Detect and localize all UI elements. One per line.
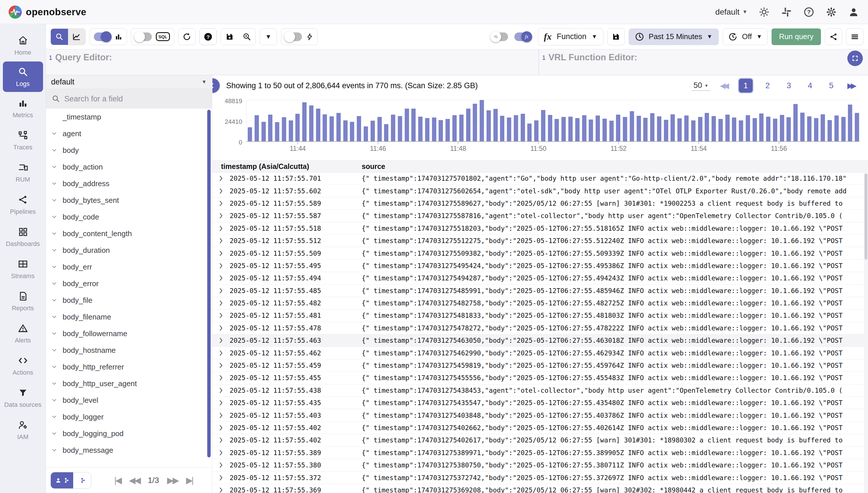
chevron-down-icon[interactable] xyxy=(50,397,59,403)
field-item[interactable]: body_filename xyxy=(46,308,212,325)
chevron-down-icon[interactable] xyxy=(50,430,59,437)
histogram-bar[interactable] xyxy=(432,117,436,141)
field-view-all-schema-button[interactable] xyxy=(73,472,91,488)
save-function-button[interactable] xyxy=(608,28,624,45)
sidebar-item-streams[interactable]: Streams xyxy=(1,253,45,285)
save-search-button[interactable] xyxy=(221,29,238,45)
histogram-bar[interactable] xyxy=(507,117,511,141)
sidebar-item-actions[interactable]: Actions xyxy=(1,349,45,382)
histogram-bar[interactable] xyxy=(418,116,422,141)
next-page-button[interactable]: ▶▶ xyxy=(167,475,178,485)
chevron-down-icon[interactable] xyxy=(50,147,59,153)
prev-pages-button[interactable]: ◀◀ xyxy=(720,81,729,90)
expand-row-icon[interactable] xyxy=(212,250,230,257)
histogram-bar[interactable] xyxy=(295,114,300,141)
field-search-input[interactable] xyxy=(64,94,185,103)
histogram-bar[interactable] xyxy=(664,120,668,141)
chevron-down-icon[interactable] xyxy=(50,230,59,237)
histogram-bar[interactable] xyxy=(248,127,252,141)
expand-row-icon[interactable] xyxy=(212,200,230,207)
expand-row-icon[interactable] xyxy=(212,374,230,381)
field-item[interactable]: agent xyxy=(46,125,212,142)
table-row[interactable]: 2025-05-12 11:57:55.485 {"_timestamp":17… xyxy=(212,285,868,297)
sidebar-item-dashboards[interactable]: Dashboards xyxy=(1,221,45,253)
chevron-down-icon[interactable] xyxy=(50,280,59,287)
histogram-bar[interactable] xyxy=(766,116,770,141)
table-row[interactable]: 2025-05-12 11:57:55.482 {"_timestamp":17… xyxy=(212,297,868,309)
field-item[interactable]: body_action xyxy=(46,158,212,175)
expand-row-icon[interactable] xyxy=(212,425,230,431)
histogram-bar[interactable] xyxy=(827,120,832,141)
chevron-down-icon[interactable] xyxy=(50,330,59,337)
field-item[interactable]: body_err xyxy=(46,259,212,275)
more-menu-button[interactable] xyxy=(846,28,863,45)
expand-row-icon[interactable] xyxy=(212,287,230,294)
auto-refresh-selector[interactable]: Off ▼ xyxy=(723,28,768,45)
column-header-timestamp[interactable]: timestamp (Asia/Calcutta) xyxy=(212,162,362,171)
histogram-bar[interactable] xyxy=(541,110,545,141)
field-item[interactable]: body_file xyxy=(46,292,212,308)
table-row[interactable]: 2025-05-12 11:57:55.459 {"_timestamp":17… xyxy=(212,359,868,372)
chevron-down-icon[interactable] xyxy=(50,447,59,453)
page-button-5[interactable]: 5 xyxy=(825,81,838,90)
table-row[interactable]: 2025-05-12 11:57:55.587 {"_timestamp":17… xyxy=(212,210,868,222)
histogram-bar[interactable] xyxy=(548,115,552,141)
table-row[interactable]: 2025-05-12 11:57:55.455 {"_timestamp":17… xyxy=(212,372,868,384)
histogram-bar[interactable] xyxy=(786,117,791,141)
histogram-bar[interactable] xyxy=(384,124,388,141)
histogram-bar[interactable] xyxy=(602,119,607,141)
table-row[interactable]: 2025-05-12 11:57:55.602 {"_timestamp":17… xyxy=(212,185,868,197)
histogram-bar[interactable] xyxy=(350,122,354,141)
chevron-down-icon[interactable] xyxy=(50,364,59,370)
histogram-bar[interactable] xyxy=(575,118,579,141)
histogram-bar[interactable] xyxy=(500,116,504,141)
histogram-bar[interactable] xyxy=(855,113,859,141)
histogram-bar[interactable] xyxy=(753,118,757,141)
function-dropdown[interactable]: fx Function ▼ xyxy=(538,28,603,45)
first-page-button[interactable]: |◀ xyxy=(114,475,121,485)
histogram-bar[interactable] xyxy=(323,114,327,141)
field-item[interactable]: body_content_length xyxy=(46,225,212,242)
table-row[interactable]: 2025-05-12 11:57:55.403 {"_timestamp":17… xyxy=(212,409,868,422)
table-row[interactable]: 2025-05-12 11:57:55.589 {"_timestamp":17… xyxy=(212,197,868,210)
query-editor[interactable]: 1 Query Editor: xyxy=(46,49,539,75)
chevron-down-icon[interactable] xyxy=(50,180,59,187)
expand-row-icon[interactable] xyxy=(212,312,230,319)
histogram-bar[interactable] xyxy=(643,118,647,141)
expand-row-icon[interactable] xyxy=(212,275,230,281)
histogram-bar[interactable] xyxy=(814,118,818,141)
field-item[interactable]: body_followername xyxy=(46,325,212,342)
histogram-bar[interactable] xyxy=(718,119,723,141)
share-button[interactable] xyxy=(825,28,842,45)
table-row[interactable]: 2025-05-12 11:57:55.509 {"_timestamp":17… xyxy=(212,247,868,259)
field-item[interactable]: body_error xyxy=(46,275,212,292)
fullscreen-button[interactable] xyxy=(847,50,863,66)
histogram-bar[interactable] xyxy=(329,116,334,141)
histogram-bar[interactable] xyxy=(746,115,750,141)
prev-page-button[interactable]: ◀◀ xyxy=(129,475,140,485)
histogram-bar[interactable] xyxy=(261,122,266,141)
settings-button[interactable] xyxy=(825,6,837,18)
histogram-bar[interactable] xyxy=(316,109,320,141)
page-button-2[interactable]: 2 xyxy=(761,81,774,90)
chevron-down-icon[interactable] xyxy=(50,130,59,137)
expand-row-icon[interactable] xyxy=(212,362,230,369)
histogram-bar[interactable] xyxy=(589,120,593,141)
histogram-bar[interactable] xyxy=(425,118,429,141)
query-help-button[interactable]: ? xyxy=(200,28,217,45)
table-row[interactable]: 2025-05-12 11:57:55.438 {"_timestamp":17… xyxy=(212,384,868,397)
saved-search-dropdown-button[interactable]: ▼ xyxy=(260,28,277,45)
field-item[interactable]: body_logging_pod xyxy=(46,425,212,442)
chevron-down-icon[interactable] xyxy=(50,264,59,270)
collapse-fields-button[interactable] xyxy=(212,78,220,93)
histogram-bar[interactable] xyxy=(357,116,361,141)
histogram-bar[interactable] xyxy=(480,100,484,141)
theme-toggle-button[interactable] xyxy=(758,6,770,18)
histogram-bar[interactable] xyxy=(439,120,443,141)
field-item[interactable]: body_http_referrer xyxy=(46,359,212,375)
histogram-bar[interactable] xyxy=(378,117,382,141)
histogram-bar[interactable] xyxy=(486,110,491,141)
sidebar-item-alerts[interactable]: Alerts xyxy=(1,317,45,349)
next-pages-button[interactable]: ▶▶ xyxy=(847,81,856,90)
expand-row-icon[interactable] xyxy=(212,225,230,232)
